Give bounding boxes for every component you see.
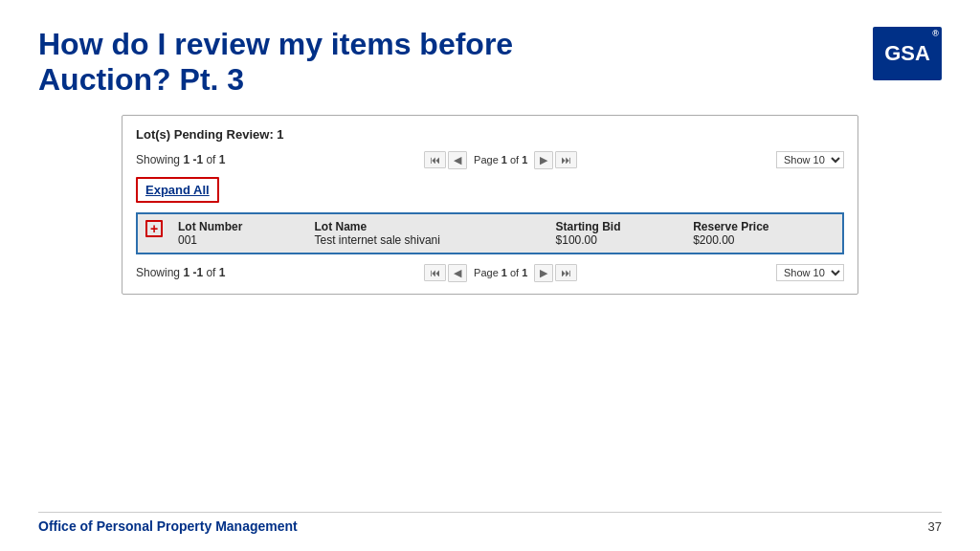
- lot-name-label: Lot Name: [315, 220, 541, 233]
- content-box: Lot(s) Pending Review: 1 Showing 1 -1 of…: [122, 115, 858, 295]
- last-page-btn[interactable]: ⏭: [555, 151, 577, 168]
- bottom-page-text: Page 1 of 1: [474, 267, 527, 278]
- reserve-price-label: Reserve Price: [693, 220, 835, 233]
- starting-bid-value: $100.00: [556, 233, 679, 247]
- bottom-pagination-row: Showing 1 -1 of 1 ⏮ ◀ Page 1 of 1 ▶ ⏭ Sh…: [136, 264, 844, 282]
- top-pagination-controls: ⏮ ◀ Page 1 of 1 ▶ ⏭: [424, 151, 577, 169]
- lot-name-value: Test internet sale shivani: [315, 233, 541, 247]
- separator-line: [38, 512, 942, 513]
- next-page-btn[interactable]: ▶: [534, 151, 553, 169]
- page: How do I review my items before Auction?…: [0, 0, 980, 551]
- page-number: 37: [928, 519, 942, 534]
- bottom-showing-range: 1 -1: [183, 266, 203, 279]
- lot-number-value: 001: [178, 233, 300, 247]
- top-showing-range: 1 -1: [183, 153, 203, 166]
- bottom-prev-page-btn[interactable]: ◀: [448, 264, 467, 282]
- starting-bid-label: Starting Bid: [556, 220, 679, 233]
- title-line2: Auction? Pt. 3: [38, 62, 244, 97]
- reserve-price-value: $200.00: [693, 233, 835, 247]
- top-showing-text: Showing 1 -1 of 1: [136, 153, 225, 166]
- bottom-last-page-btn[interactable]: ⏭: [555, 264, 577, 281]
- header: How do I review my items before Auction?…: [38, 27, 942, 98]
- footer-text: Office of Personal Property Management: [38, 518, 298, 534]
- expand-cell: +: [137, 213, 170, 253]
- top-page-text: Page 1 of 1: [474, 154, 527, 165]
- lot-number-cell: Lot Number 001: [170, 213, 307, 253]
- top-showing-total: 1: [219, 153, 226, 166]
- first-page-btn[interactable]: ⏮: [424, 151, 446, 168]
- footer: Office of Personal Property Management 3…: [38, 518, 942, 534]
- starting-bid-cell: Starting Bid $100.00: [548, 213, 686, 253]
- page-title: How do I review my items before Auction?…: [38, 27, 513, 98]
- lot-number-label: Lot Number: [178, 220, 300, 233]
- gsa-logo: GSA: [873, 27, 942, 80]
- prev-page-btn[interactable]: ◀: [448, 151, 467, 169]
- reserve-price-cell: Reserve Price $200.00: [685, 213, 843, 253]
- plus-icon[interactable]: +: [145, 220, 163, 237]
- bottom-showing-text: Showing 1 -1 of 1: [136, 266, 225, 279]
- table-row: + Lot Number 001 Lot Name Test internet …: [137, 213, 843, 253]
- lot-name-cell: Lot Name Test internet sale shivani: [307, 213, 548, 253]
- bottom-first-page-btn[interactable]: ⏮: [424, 264, 446, 281]
- top-pagination-row: Showing 1 -1 of 1 ⏮ ◀ Page 1 of 1 ▶ ⏭ Sh…: [136, 151, 844, 169]
- expand-all-button[interactable]: Expand All: [136, 177, 219, 203]
- top-show-select[interactable]: Show 10 Show 25 Show 50: [776, 151, 844, 168]
- lot-table: + Lot Number 001 Lot Name Test internet …: [136, 212, 844, 254]
- bottom-pagination-controls: ⏮ ◀ Page 1 of 1 ▶ ⏭: [424, 264, 577, 282]
- bottom-show-select[interactable]: Show 10 Show 25 Show 50: [776, 264, 844, 281]
- bottom-next-page-btn[interactable]: ▶: [534, 264, 553, 282]
- bottom-showing-total: 1: [219, 266, 226, 279]
- title-line1: How do I review my items before: [38, 27, 513, 61]
- box-title: Lot(s) Pending Review: 1: [136, 127, 844, 142]
